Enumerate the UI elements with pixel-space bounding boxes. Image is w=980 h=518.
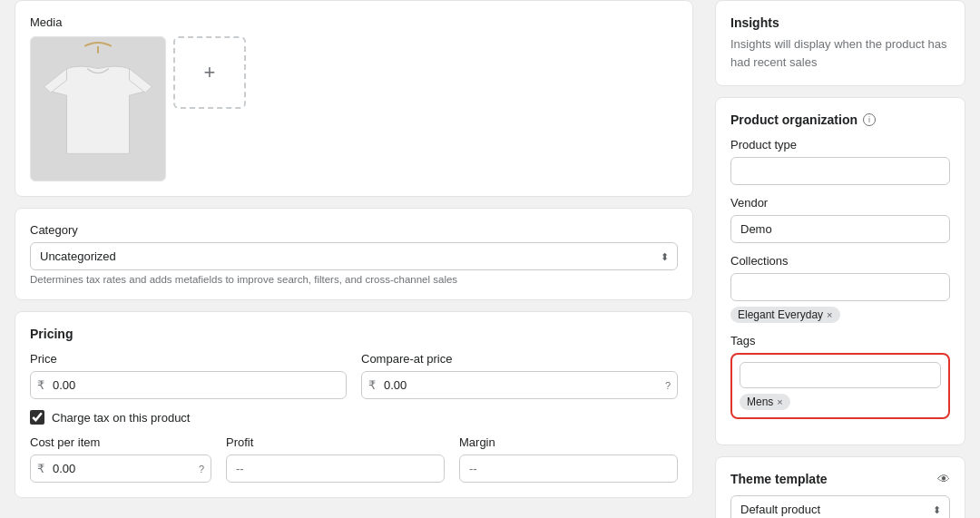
charge-tax-row: Charge tax on this product <box>30 410 678 425</box>
product-type-field: Product type <box>730 138 950 185</box>
media-label: Media <box>30 15 678 29</box>
compare-price-prefix: ₹ <box>368 378 376 392</box>
price-input[interactable] <box>30 371 347 399</box>
tag-chip-label: Mens <box>747 396 773 408</box>
tag-chip-remove[interactable]: × <box>777 397 782 407</box>
margin-field: Margin <box>459 435 678 483</box>
cost-help-icon[interactable]: ? <box>199 464 204 474</box>
price-label: Price <box>30 352 347 366</box>
category-hint: Determines tax rates and adds metafields… <box>30 274 678 285</box>
product-organization-card: Product organization i Product type Vend… <box>715 97 965 445</box>
category-label: Category <box>30 223 678 237</box>
org-info-icon[interactable]: i <box>863 113 876 126</box>
media-row: + <box>30 36 678 181</box>
price-prefix: ₹ <box>37 378 44 392</box>
theme-template-card: Theme template 👁 Default product ⬍ <box>715 456 965 518</box>
cost-prefix: ₹ <box>37 462 44 475</box>
cost-per-item-input-wrap: ₹ ? <box>30 454 211 483</box>
theme-select-wrapper: Default product ⬍ <box>730 495 950 518</box>
price-row: Price ₹ Compare-at price ₹ ? <box>30 352 678 399</box>
compare-price-input[interactable] <box>361 371 678 399</box>
tags-field-wrapper: Mens × <box>730 353 950 419</box>
pricing-title: Pricing <box>30 327 678 341</box>
product-type-label: Product type <box>730 138 950 151</box>
collections-field: Collections Elegant Everyday × <box>730 254 950 323</box>
collections-chips: Elegant Everyday × <box>730 301 950 323</box>
theme-select[interactable]: Default product <box>730 495 950 518</box>
theme-title-row: Theme template 👁 <box>730 472 950 486</box>
insights-card: Insights Insights will display when the … <box>715 0 965 86</box>
margin-label: Margin <box>459 435 678 449</box>
theme-title: Theme template <box>730 472 828 486</box>
vendor-field: Vendor <box>730 196 950 243</box>
cost-per-item-field: Cost per item ₹ ? <box>30 435 211 483</box>
charge-tax-label: Charge tax on this product <box>52 411 190 425</box>
cost-row: Cost per item ₹ ? Profit Margin <box>30 435 678 483</box>
cost-per-item-input[interactable] <box>30 454 211 483</box>
tags-field: Tags Mens × <box>730 334 950 419</box>
category-select[interactable]: Uncategorized <box>30 242 678 270</box>
org-title: Product organization <box>730 112 858 127</box>
charge-tax-checkbox[interactable] <box>30 410 44 425</box>
tags-label: Tags <box>730 334 950 347</box>
collection-chip-label: Elegant Everyday <box>738 308 823 321</box>
insights-description: Insights will display when the product h… <box>730 35 950 71</box>
org-title-row: Product organization i <box>730 112 950 127</box>
profit-label: Profit <box>226 435 445 449</box>
tag-chip-mens: Mens × <box>740 394 790 410</box>
profit-input[interactable] <box>226 454 445 483</box>
compare-price-input-wrap: ₹ ? <box>361 371 678 399</box>
compare-price-help-icon[interactable]: ? <box>665 380 671 391</box>
compare-price-label: Compare-at price <box>361 352 678 366</box>
preview-icon[interactable]: 👁 <box>937 472 950 486</box>
product-type-input[interactable] <box>730 157 950 185</box>
collections-input[interactable] <box>730 273 950 301</box>
price-field: Price ₹ <box>30 352 347 399</box>
add-media-button[interactable]: + <box>173 36 246 109</box>
collections-label: Collections <box>730 254 950 268</box>
category-card: Category Uncategorized ⬍ Determines tax … <box>15 208 693 300</box>
vendor-label: Vendor <box>730 196 950 210</box>
cost-per-item-label: Cost per item <box>30 435 211 449</box>
profit-field: Profit <box>226 435 445 483</box>
vendor-input[interactable] <box>730 215 950 243</box>
insights-title: Insights <box>730 15 950 30</box>
category-select-wrapper: Uncategorized ⬍ <box>30 242 678 270</box>
margin-input[interactable] <box>459 454 678 483</box>
compare-price-field: Compare-at price ₹ ? <box>361 352 678 399</box>
collection-chip-elegant: Elegant Everyday × <box>730 307 840 323</box>
tags-chips: Mens × <box>740 388 941 410</box>
price-input-wrap: ₹ <box>30 371 347 399</box>
tags-input[interactable] <box>740 362 941 388</box>
shirt-image <box>31 37 165 181</box>
media-card: Media + <box>15 0 693 197</box>
pricing-card: Pricing Price ₹ Compare-at price ₹ ? C <box>15 311 693 498</box>
media-thumbnail[interactable] <box>30 36 166 181</box>
collection-chip-remove[interactable]: × <box>827 310 832 320</box>
